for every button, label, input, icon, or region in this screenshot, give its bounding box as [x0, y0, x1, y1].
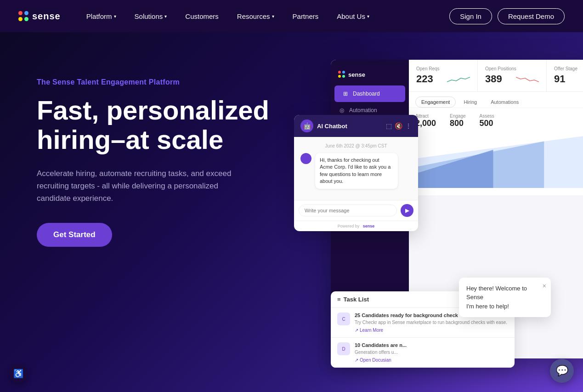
external-link-icon: ↗ — [355, 328, 358, 333]
chatbot-send-button[interactable]: ▶ — [401, 204, 413, 217]
tasklist-icon: ≡ — [337, 296, 341, 303]
svg-text:D: D — [342, 347, 345, 352]
hero-description: Accelerate hiring, automate recruiting t… — [37, 167, 239, 205]
tab-hiring[interactable]: Hiring — [458, 97, 483, 108]
request-demo-button[interactable]: Request Demo — [498, 8, 565, 24]
sidebar-dot-green — [342, 75, 345, 78]
chatbot-body: June 6th 2022 @ 3:45pm CST Hi, thanks fo… — [294, 137, 418, 200]
dashboard-icon: ⊞ — [342, 90, 349, 97]
svg-text:C: C — [342, 317, 345, 322]
stat-open-reqs: Open Reqs 223 — [409, 60, 478, 91]
nav-about[interactable]: About Us ▾ — [329, 9, 377, 24]
task-avatar-icon-2: D — [340, 345, 347, 352]
nav-resources[interactable]: Resources ▾ — [230, 9, 282, 24]
chat-msg-avatar — [300, 153, 311, 164]
nav-partners[interactable]: Partners — [285, 9, 326, 24]
chatbot-avatar-icon: 🤖 — [303, 122, 311, 130]
sidebar-dot-red — [338, 71, 341, 74]
chatbot-footer: Powered by sense — [294, 221, 418, 231]
funnel-area: Attract 2,000 Engage 800 Assess 500 — [409, 108, 583, 195]
stat-offer-stage: Offer Stage 91 — [547, 60, 583, 91]
task-header-title: ≡ Task List — [337, 296, 369, 303]
dashboard-tabs: Engagement Hiring Automations — [409, 92, 583, 108]
chat-bubble: Hi, thanks for checking out Acme Corp. I… — [315, 153, 398, 189]
logo[interactable]: sense — [18, 11, 61, 22]
task-avatar-1: C — [337, 312, 350, 325]
stat-value-open-positions: 389 — [485, 73, 502, 85]
chatbot-share-icon[interactable]: ⬚ — [386, 122, 392, 130]
signin-button[interactable]: Sign In — [449, 8, 492, 24]
chatbot-avatar: 🤖 — [300, 119, 313, 132]
task-content-2: 10 Candidates are n... Generation offers… — [355, 342, 407, 363]
hero-visuals: sense ⊞ Dashboard ◎ Automation ☰ TRM 💬 C… — [294, 60, 565, 372]
chatbot-panel: 🤖 AI Chatbot ⬚ 🔇 ⋮ June 6th 2022 @ 3:45p… — [294, 115, 418, 231]
stat-label-offer-stage: Offer Stage — [554, 66, 583, 71]
metric-attract: Attract 2,000 — [415, 114, 436, 128]
sidebar-logo-dots — [338, 71, 345, 78]
chevron-down-icon: ▾ — [367, 14, 369, 19]
hero-section: The Sense Talent Engagement Platform Fas… — [0, 32, 583, 392]
chat-date: June 6th 2022 @ 3:45pm CST — [300, 143, 412, 148]
navigation: sense Platform ▾ Solutions ▾ Customers R… — [0, 0, 583, 32]
dot-yellow — [18, 17, 23, 21]
funnel-chart — [415, 133, 583, 188]
hero-tagline: The Sense Talent Engagement Platform — [37, 78, 285, 86]
stat-label-open-reqs: Open Reqs — [416, 66, 470, 71]
welcome-tooltip: × Hey there! Welcome to Sense I'm here t… — [459, 278, 551, 318]
chevron-down-icon: ▾ — [114, 14, 116, 19]
stat-value-open-reqs: 223 — [416, 73, 433, 85]
chatbot-menu-icon[interactable]: ⋮ — [405, 122, 412, 130]
dot-green — [24, 17, 28, 21]
dot-red — [18, 11, 23, 15]
nav-links: Platform ▾ Solutions ▾ Customers Resourc… — [79, 9, 450, 24]
logo-dots — [18, 11, 28, 21]
chatbot-input-area: ▶ — [294, 200, 418, 221]
chatbot-input[interactable] — [299, 205, 397, 216]
hero-title: Fast, personalized hiring–at scale — [37, 96, 285, 154]
chatbot-mute-icon[interactable]: 🔇 — [395, 122, 402, 130]
chatbot-title-area: 🤖 AI Chatbot — [300, 119, 347, 132]
close-icon[interactable]: × — [543, 281, 546, 291]
chatbot-footer-logo: sense — [363, 224, 375, 228]
sidebar-item-dashboard[interactable]: ⊞ Dashboard — [334, 85, 405, 102]
metric-engage: Engage 800 — [450, 114, 465, 128]
chatbot-actions: ⬚ 🔇 ⋮ — [386, 122, 412, 130]
nav-solutions[interactable]: Solutions ▾ — [127, 9, 175, 24]
chevron-down-icon: ▾ — [164, 14, 167, 19]
stat-open-positions: Open Positions 389 — [478, 60, 547, 91]
sidebar-logo: sense — [331, 67, 409, 85]
tab-automations[interactable]: Automations — [485, 97, 525, 108]
stats-row: Open Reqs 223 Open Positions 389 — [409, 60, 583, 92]
get-started-button[interactable]: Get Started — [37, 223, 112, 247]
chat-message: Hi, thanks for checking out Acme Corp. I… — [300, 153, 412, 189]
chatbot-header: 🤖 AI Chatbot ⬚ 🔇 ⋮ — [294, 115, 418, 137]
sidebar-logo-text: sense — [348, 71, 365, 78]
task-avatar-2: D — [337, 342, 350, 355]
task-link-2[interactable]: ↗ Open Docusian — [355, 358, 407, 363]
nav-actions: Sign In Request Demo — [449, 8, 565, 24]
metric-assess: Assess 500 — [480, 114, 494, 128]
nav-customers[interactable]: Customers — [178, 9, 226, 24]
sidebar-dot-yellow — [338, 75, 341, 78]
external-link-icon: ↗ — [355, 358, 358, 363]
accessibility-icon: ♿ — [13, 369, 23, 379]
sidebar-dot-blue — [342, 71, 345, 74]
task-link-1[interactable]: ↗ Learn More — [355, 328, 507, 333]
accessibility-button[interactable]: ♿ — [9, 364, 28, 383]
task-item-2: D 10 Candidates are n... Generation offe… — [331, 338, 515, 368]
chat-icon: 💬 — [556, 365, 568, 377]
open-reqs-chart — [447, 74, 470, 85]
chatbot-title: AI Chatbot — [317, 123, 347, 130]
welcome-message: Hey there! Welcome to Sense I'm here to … — [466, 285, 527, 310]
nav-platform[interactable]: Platform ▾ — [79, 9, 124, 24]
open-positions-chart — [516, 74, 539, 85]
stat-value-offer-stage: 91 — [554, 73, 565, 85]
logo-text: sense — [32, 11, 61, 22]
funnel-metrics: Attract 2,000 Engage 800 Assess 500 — [415, 114, 583, 128]
chevron-down-icon: ▾ — [272, 14, 274, 19]
dot-blue — [24, 11, 28, 15]
tab-engagement[interactable]: Engagement — [415, 97, 456, 108]
hero-content: The Sense Talent Engagement Platform Fas… — [37, 60, 285, 247]
stat-label-open-positions: Open Positions — [485, 66, 539, 71]
support-chat-button[interactable]: 💬 — [550, 359, 574, 383]
